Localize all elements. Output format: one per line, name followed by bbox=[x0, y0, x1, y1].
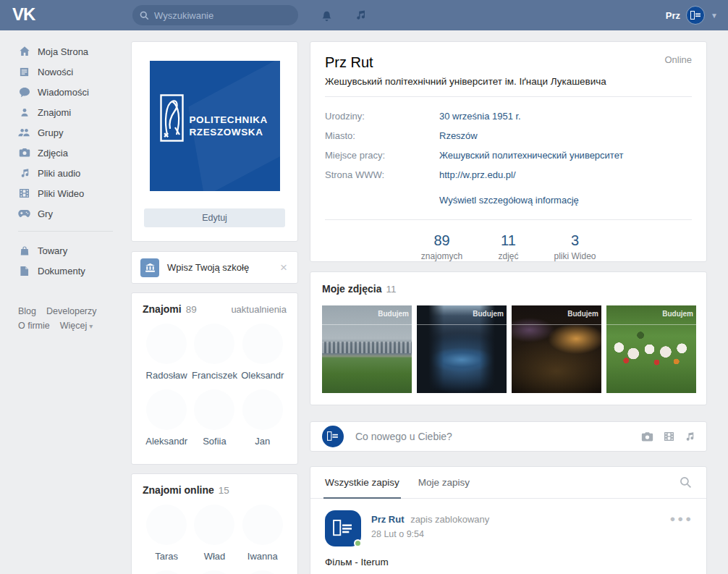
friend-avatar[interactable] bbox=[146, 389, 187, 430]
camera-icon bbox=[18, 147, 30, 159]
friend-avatar[interactable] bbox=[194, 570, 234, 574]
search-input[interactable] bbox=[154, 10, 291, 21]
sidebar-item-dokumenty[interactable]: Dokumenty bbox=[0, 261, 131, 281]
detail-value[interactable]: http://w.prz.edu.pl/ bbox=[439, 169, 516, 180]
edit-profile-button[interactable]: Edytuj bbox=[144, 208, 285, 227]
sidebar-item-moja-strona[interactable]: Moja Strona bbox=[0, 41, 131, 62]
politechnika-rzeszowska-mark bbox=[160, 94, 184, 142]
friend-avatar[interactable] bbox=[146, 570, 187, 574]
composer-avatar[interactable] bbox=[322, 426, 344, 447]
photo-flight-simulator-cockpit[interactable]: Budujem bbox=[417, 305, 507, 393]
profile-photo-card: POLITECHNIKA RZESZOWSKA Edytuj bbox=[131, 41, 298, 242]
friend-name[interactable]: Aleksandr bbox=[145, 436, 187, 447]
counter-videos[interactable]: 3 pliki Wideo bbox=[553, 232, 598, 261]
friend-name[interactable]: Oleksandr bbox=[241, 370, 284, 381]
footer-link-wiecej[interactable]: Więcej▾ bbox=[60, 318, 93, 334]
sidebar-item-pliki-audio[interactable]: Pliki audio bbox=[0, 163, 131, 183]
sidebar-item-grupy[interactable]: Grupy bbox=[0, 122, 131, 143]
friend-name[interactable]: Sofiia bbox=[203, 436, 227, 447]
audio-icon bbox=[18, 167, 30, 180]
photo-watermark: Budujem bbox=[662, 310, 693, 318]
search-icon bbox=[680, 476, 692, 489]
friend-avatar[interactable] bbox=[242, 505, 283, 545]
wall-search-button[interactable] bbox=[680, 476, 692, 489]
friends-title[interactable]: Znajomi bbox=[143, 303, 182, 315]
search-box[interactable] bbox=[132, 5, 298, 25]
friends-updates-link[interactable]: uaktualnienia bbox=[231, 304, 287, 315]
tab-all-posts[interactable]: Wszystkie zapisy bbox=[325, 467, 399, 498]
footer-link-blog[interactable]: Blog bbox=[18, 304, 36, 318]
show-detailed-info-link[interactable]: Wyświetl szczegółową informację bbox=[439, 190, 692, 210]
music-button[interactable] bbox=[348, 0, 373, 30]
status-text[interactable]: Жешувський політехнічний університет ім.… bbox=[325, 76, 692, 87]
friend-avatar[interactable] bbox=[194, 324, 234, 364]
sidebar-item-pliki-wideo[interactable]: Pliki Wideo bbox=[0, 183, 131, 203]
friend-avatar[interactable] bbox=[194, 505, 234, 545]
friend-avatar[interactable] bbox=[242, 570, 283, 574]
vk-logo[interactable]: VK bbox=[12, 4, 35, 25]
composer-placeholder[interactable]: Co nowego u Ciebie? bbox=[355, 431, 641, 442]
search-icon bbox=[140, 11, 149, 20]
sidebar-item-wiadomosci[interactable]: Wiadomości bbox=[0, 82, 131, 102]
friend-name[interactable]: Taras bbox=[155, 551, 178, 562]
user-menu[interactable]: Prz ▼ bbox=[666, 0, 718, 30]
post-author-avatar[interactable] bbox=[325, 510, 361, 546]
sidebar-item-zdjecia[interactable]: Zdjęcia bbox=[0, 143, 131, 163]
tab-my-posts[interactable]: Moje zapisy bbox=[418, 467, 470, 498]
friend-item: Jan bbox=[239, 389, 287, 447]
close-icon[interactable]: × bbox=[279, 261, 289, 275]
sidebar-item-label: Pliki audio bbox=[38, 168, 80, 179]
friend-name[interactable]: Wład bbox=[204, 551, 226, 562]
notifications-button[interactable] bbox=[314, 0, 339, 30]
wall-tabs: Wszystkie zapisy Moje zapisy bbox=[310, 467, 706, 499]
detail-value[interactable]: 30 września 1951 r. bbox=[439, 111, 521, 122]
counter-friends[interactable]: 89 znajomych bbox=[420, 232, 465, 261]
online-indicator bbox=[354, 539, 362, 547]
film-icon bbox=[664, 431, 674, 442]
friend-item: Wład bbox=[190, 505, 238, 562]
profile-photo[interactable]: POLITECHNIKA RZESZOWSKA bbox=[150, 61, 280, 191]
friend-avatar[interactable] bbox=[146, 324, 187, 364]
counter-photos[interactable]: 11 zdjęć bbox=[486, 232, 531, 261]
school-prompt-text[interactable]: Wpisz Twoją szkołę bbox=[167, 262, 279, 273]
my-photos-card: Moje zdjęcia11 Budujem Budujem Budujem bbox=[310, 271, 707, 405]
document-icon bbox=[18, 265, 30, 277]
post-author-name[interactable]: Prz Rut bbox=[371, 514, 405, 525]
sidebar-item-gry[interactable]: Gry bbox=[0, 203, 131, 224]
vk-profile-page: VK Prz ▼ Moja Strona Nowości bbox=[0, 0, 728, 574]
photo-campus-building[interactable]: Budujem bbox=[322, 305, 412, 393]
detail-label: Urodziny: bbox=[325, 111, 439, 122]
friend-name[interactable]: Iwanna bbox=[247, 551, 278, 562]
photo-folk-dancers[interactable]: Budujem bbox=[606, 305, 696, 393]
post-text: Фільм - Iterum bbox=[325, 557, 692, 567]
photos-title[interactable]: Moje zdjęcia bbox=[322, 283, 381, 295]
sidebar-divider bbox=[18, 231, 113, 232]
detail-value[interactable]: Жешувский политехнический университет bbox=[439, 150, 623, 161]
counter-label: zdjęć bbox=[498, 251, 518, 261]
attach-photo-button[interactable] bbox=[641, 431, 653, 442]
sidebar-item-znajomi[interactable]: Znajomi bbox=[0, 102, 131, 122]
sidebar-item-nowosci[interactable]: Nowości bbox=[0, 62, 131, 82]
sidebar-item-towary[interactable]: Towary bbox=[0, 240, 131, 261]
post-timestamp[interactable]: 28 Lut o 9:54 bbox=[371, 529, 489, 539]
friend-name[interactable]: Radosław bbox=[146, 370, 187, 381]
friend-avatar[interactable] bbox=[194, 389, 234, 430]
footer-link-o-firmie[interactable]: O firmie bbox=[18, 318, 50, 334]
user-avatar bbox=[686, 6, 705, 25]
friend-name[interactable]: Franciszek bbox=[192, 370, 237, 381]
friend-name[interactable]: Jan bbox=[255, 436, 270, 447]
shopping-bag-icon bbox=[18, 245, 30, 257]
friends-online-title[interactable]: Znajomi online bbox=[143, 484, 214, 496]
attach-audio-button[interactable] bbox=[685, 431, 695, 442]
detail-label: Miejsce pracy: bbox=[325, 150, 439, 161]
friend-avatar[interactable] bbox=[242, 324, 283, 364]
footer-link-developerzy[interactable]: Developerzy bbox=[46, 304, 96, 318]
photo-night-concert-crowd[interactable]: Budujem bbox=[512, 305, 601, 393]
detail-value[interactable]: Rzeszów bbox=[439, 130, 478, 141]
attach-video-button[interactable] bbox=[664, 431, 674, 442]
detail-row-workplace: Miejsce pracy: Жешувский политехнический… bbox=[325, 145, 692, 165]
friend-avatar[interactable] bbox=[242, 389, 283, 430]
post-actions-menu[interactable]: ●●● bbox=[669, 513, 693, 524]
photos-count: 11 bbox=[386, 284, 396, 295]
friend-avatar[interactable] bbox=[146, 505, 187, 545]
